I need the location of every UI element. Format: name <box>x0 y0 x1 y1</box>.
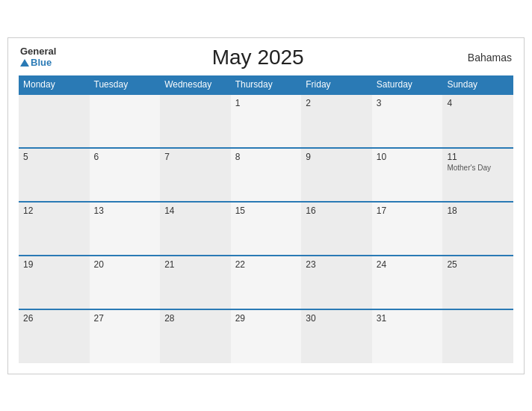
calendar-cell: 25 <box>442 256 513 309</box>
calendar-cell: 27 <box>90 309 161 363</box>
day-number: 3 <box>377 98 439 108</box>
calendar-cell: 6 <box>90 148 161 202</box>
calendar-cell: 28 <box>160 309 231 363</box>
calendar-cell: 21 <box>160 256 231 309</box>
day-number: 27 <box>94 313 156 324</box>
day-number: 29 <box>235 313 297 324</box>
calendar-cell <box>442 309 513 363</box>
day-number: 17 <box>377 206 439 216</box>
logo-area: General Blue <box>20 46 56 68</box>
weekday-header-saturday: Saturday <box>372 75 443 94</box>
week-row-0: 1234 <box>19 94 513 148</box>
calendar-cell: 14 <box>160 202 231 256</box>
calendar-cell: 29 <box>231 309 302 363</box>
day-number: 7 <box>164 152 226 162</box>
weekday-header-sunday: Sunday <box>442 75 513 94</box>
day-number: 1 <box>235 98 297 108</box>
day-number: 5 <box>23 152 85 162</box>
calendar-cell: 1 <box>231 94 302 148</box>
day-number: 28 <box>164 313 226 324</box>
calendar-cell: 17 <box>372 202 443 256</box>
weekday-header-row: MondayTuesdayWednesdayThursdayFridaySatu… <box>19 75 513 94</box>
calendar-cell: 22 <box>231 256 302 309</box>
weekday-header-wednesday: Wednesday <box>160 75 231 94</box>
calendar-cell: 30 <box>301 309 372 363</box>
calendar-cell: 18 <box>442 202 513 256</box>
week-row-4: 262728293031 <box>19 309 513 363</box>
day-number: 15 <box>235 206 297 216</box>
day-number: 6 <box>94 152 156 162</box>
calendar-cell: 19 <box>19 256 90 309</box>
calendar-cell: 31 <box>372 309 443 363</box>
calendar-title: May 2025 <box>56 46 460 69</box>
day-number: 13 <box>94 206 156 216</box>
week-row-3: 19202122232425 <box>19 256 513 309</box>
logo-blue-text: Blue <box>20 57 52 68</box>
day-number: 16 <box>306 206 368 216</box>
calendar-cell: 15 <box>231 202 302 256</box>
day-number: 22 <box>235 259 297 270</box>
day-number: 19 <box>23 259 85 270</box>
calendar-cell: 20 <box>90 256 161 309</box>
day-number: 4 <box>447 98 509 108</box>
weekday-header-friday: Friday <box>301 75 372 94</box>
day-number: 24 <box>377 259 439 270</box>
calendar-grid: MondayTuesdayWednesdayThursdayFridaySatu… <box>19 75 513 363</box>
calendar-cell: 24 <box>372 256 443 309</box>
country-label: Bahamas <box>460 52 512 64</box>
day-number: 10 <box>377 152 439 162</box>
calendar-cell: 9 <box>301 148 372 202</box>
calendar-cell: 13 <box>90 202 161 256</box>
weekday-header-thursday: Thursday <box>231 75 302 94</box>
day-number: 20 <box>94 259 156 270</box>
day-number: 12 <box>23 206 85 216</box>
calendar-cell: 7 <box>160 148 231 202</box>
day-number: 31 <box>377 313 439 324</box>
day-number: 23 <box>306 259 368 270</box>
day-number: 11 <box>447 152 509 162</box>
week-row-1: 567891011Mother's Day <box>19 148 513 202</box>
calendar-cell <box>90 94 161 148</box>
day-number: 8 <box>235 152 297 162</box>
day-number: 14 <box>164 206 226 216</box>
day-number: 30 <box>306 313 368 324</box>
logo-general-text: General <box>20 46 56 57</box>
calendar-cell: 4 <box>442 94 513 148</box>
weekday-header-monday: Monday <box>19 75 90 94</box>
day-number: 18 <box>447 206 509 216</box>
calendar-cell: 8 <box>231 148 302 202</box>
calendar-cell: 23 <box>301 256 372 309</box>
day-number: 9 <box>306 152 368 162</box>
calendar-cell: 12 <box>19 202 90 256</box>
calendar-header: General Blue May 2025 Bahamas <box>19 46 513 69</box>
day-number: 21 <box>164 259 226 270</box>
weekday-header-tuesday: Tuesday <box>90 75 161 94</box>
calendar-cell <box>19 94 90 148</box>
week-row-2: 12131415161718 <box>19 202 513 256</box>
calendar-cell: 5 <box>19 148 90 202</box>
calendar-cell: 10 <box>372 148 443 202</box>
day-number: 26 <box>23 313 85 324</box>
calendar-cell: 11Mother's Day <box>442 148 513 202</box>
calendar-cell: 26 <box>19 309 90 363</box>
logo-triangle-icon <box>20 59 29 67</box>
calendar-cell <box>160 94 231 148</box>
calendar-container: General Blue May 2025 Bahamas MondayTues… <box>7 37 525 374</box>
calendar-cell: 16 <box>301 202 372 256</box>
calendar-cell: 2 <box>301 94 372 148</box>
holiday-label: Mother's Day <box>447 164 509 172</box>
day-number: 2 <box>306 98 368 108</box>
calendar-cell: 3 <box>372 94 443 148</box>
day-number: 25 <box>447 259 509 270</box>
